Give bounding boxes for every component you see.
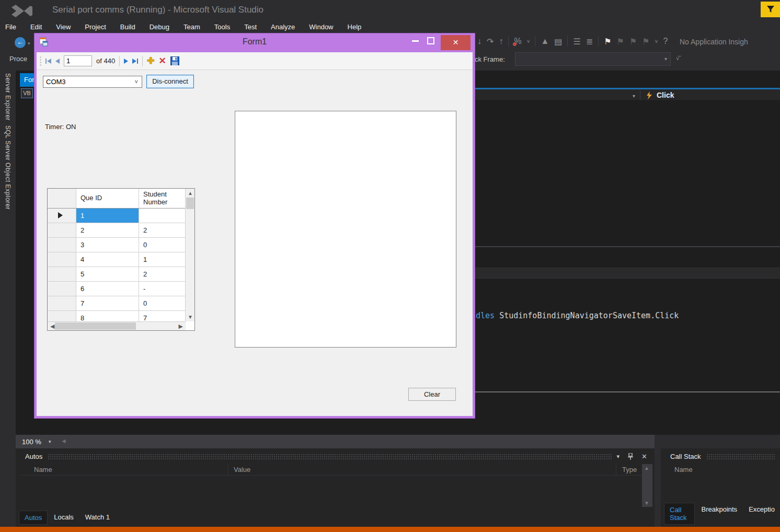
delete-button[interactable]: ✕ [158, 55, 166, 66]
scrollbar-thumb[interactable] [186, 198, 194, 209]
row-selector[interactable] [48, 252, 76, 267]
clear-bookmarks-icon[interactable]: ⚑ [642, 37, 649, 47]
toolbar-overflow-caret-icon[interactable]: ˅ [655, 39, 658, 44]
tab-exception-settings[interactable]: Exceptio [743, 503, 780, 525]
menu-team[interactable]: Team [183, 23, 200, 31]
scroll-left-icon[interactable]: ◀ [50, 323, 54, 330]
grid-row[interactable]: 4 1 [48, 252, 186, 267]
scroll-down-icon[interactable]: ▼ [188, 314, 193, 320]
previous-bookmark-icon[interactable]: ⚑ [617, 37, 624, 47]
tab-breakpoints[interactable]: Breakpoints [696, 503, 742, 525]
cell-student-number[interactable]: 0 [139, 238, 186, 252]
stack-frame-combo[interactable]: ▾ [515, 52, 671, 66]
chevron-down-icon[interactable]: ▾ [633, 93, 635, 99]
row-selector[interactable] [48, 296, 76, 310]
column-header-student-number[interactable]: Student Number [139, 189, 186, 208]
scroll-down-icon[interactable]: ▼ [644, 500, 649, 506]
document-tab-form1[interactable]: For [20, 73, 35, 87]
move-next-button[interactable] [124, 59, 128, 64]
outdent-icon[interactable]: ≣ [586, 37, 593, 47]
navigate-backward-icon[interactable]: ← [15, 37, 26, 48]
tab-locals[interactable]: Locals [49, 511, 79, 525]
position-input[interactable] [64, 55, 92, 66]
navigate-down-icon[interactable]: ↓ [477, 37, 481, 46]
scrollbar-thumb[interactable] [55, 322, 136, 330]
window-position-caret-icon[interactable]: ▾ [617, 453, 620, 460]
column-header-name[interactable]: Name [674, 466, 693, 473]
disconnect-button[interactable]: Dis-connect [146, 75, 194, 88]
menu-file[interactable]: File [5, 23, 16, 31]
menu-project[interactable]: Project [85, 23, 106, 31]
cell-que-id[interactable]: 3 [76, 238, 139, 252]
menu-test[interactable]: Test [244, 23, 257, 31]
column-header-que-id[interactable]: Que ID [76, 189, 139, 208]
cell-student-number[interactable]: 2 [139, 267, 186, 281]
menu-edit[interactable]: Edit [30, 23, 42, 31]
tab-call-stack[interactable]: Call Stack [664, 503, 695, 525]
autos-scrollbar[interactable]: ▲ ▼ [642, 464, 652, 507]
menu-help[interactable]: Help [348, 23, 362, 31]
row-selector[interactable] [48, 209, 76, 223]
event-combo-value[interactable]: Click [657, 91, 674, 99]
grid-row[interactable]: 3 0 [48, 238, 186, 252]
cell-student-number[interactable] [139, 209, 186, 223]
cell-student-number[interactable]: 0 [139, 296, 186, 310]
move-first-button[interactable] [45, 59, 51, 64]
cell-que-id[interactable]: 1 [76, 209, 139, 223]
row-selector-header[interactable] [48, 189, 76, 208]
grid-row[interactable]: 1 [48, 209, 186, 223]
menu-window[interactable]: Window [309, 23, 333, 31]
minimize-button[interactable] [412, 40, 419, 42]
scroll-up-icon[interactable]: ▲ [188, 190, 193, 196]
cell-que-id[interactable]: 6 [76, 282, 139, 296]
grid-vertical-scrollbar[interactable]: ▲ ▼ [185, 189, 194, 321]
cell-que-id[interactable]: 5 [76, 267, 139, 281]
add-new-button[interactable]: ✚ [147, 55, 154, 66]
grid-row[interactable]: 5 2 [48, 267, 186, 282]
pin-icon[interactable] [628, 453, 633, 460]
tab-autos[interactable]: Autos [19, 511, 48, 525]
undo-icon[interactable]: ↷ [487, 37, 494, 47]
run-to-cursor-icon[interactable]: ▤ [554, 37, 562, 47]
row-selector[interactable] [48, 223, 76, 237]
close-icon[interactable]: ✕ [641, 453, 647, 460]
scroll-right-icon[interactable]: ▶ [179, 323, 183, 330]
grid-row[interactable]: 6 - [48, 282, 186, 296]
maximize-button[interactable] [427, 37, 434, 44]
serial-output-textbox[interactable] [235, 111, 456, 348]
toolstrip-grip[interactable] [40, 56, 41, 66]
cell-que-id[interactable]: 4 [76, 252, 139, 267]
toolbar-overflow-caret-icon[interactable]: ˅ [527, 39, 530, 44]
application-insights-label[interactable]: No Application Insigh [680, 38, 748, 46]
column-header-name[interactable]: Name [34, 466, 52, 473]
row-selector[interactable] [48, 282, 76, 296]
menu-analyze[interactable]: Analyze [271, 23, 295, 31]
disable-breakpoints-icon[interactable]: % [514, 37, 521, 46]
next-bookmark-icon[interactable]: ⚑ [629, 37, 637, 47]
save-button[interactable] [170, 56, 179, 65]
bookmark-icon[interactable]: ⚑ [604, 37, 611, 47]
menu-view[interactable]: View [56, 23, 71, 31]
feedback-button[interactable] [761, 2, 780, 17]
show-next-statement-icon[interactable]: ▲ [541, 37, 549, 46]
tab-watch-1[interactable]: Watch 1 [80, 511, 115, 525]
move-previous-button[interactable] [55, 59, 60, 64]
scroll-left-icon[interactable]: ◄ [61, 437, 67, 445]
call-stack-panel-header[interactable]: Call Stack [661, 450, 780, 462]
help-balloon-icon[interactable]: ? [663, 37, 668, 46]
close-button[interactable]: ✕ [441, 35, 471, 50]
grid-row[interactable]: 2 2 [48, 223, 186, 238]
grid-horizontal-scrollbar[interactable]: ◀ ▶ [48, 321, 186, 330]
column-header-value[interactable]: Value [234, 466, 250, 473]
autos-panel-header[interactable]: Autos ▾ ✕ [16, 450, 655, 462]
grid-row[interactable]: 7 0 [48, 296, 186, 311]
row-selector[interactable] [48, 238, 76, 252]
form1-titlebar[interactable]: Form1 ✕ [35, 33, 475, 52]
student-data-grid[interactable]: Que ID Student Number 1 2 2 3 0 [47, 188, 195, 331]
scroll-up-icon[interactable]: ▲ [644, 465, 649, 471]
com-port-combo[interactable]: COM3 ˅ [43, 76, 142, 88]
menu-tools[interactable]: Tools [214, 23, 230, 31]
editor-zoom-control[interactable]: 100 % ▾ [19, 436, 54, 447]
indent-icon[interactable]: ☰ [573, 37, 580, 47]
row-selector[interactable] [48, 267, 76, 281]
